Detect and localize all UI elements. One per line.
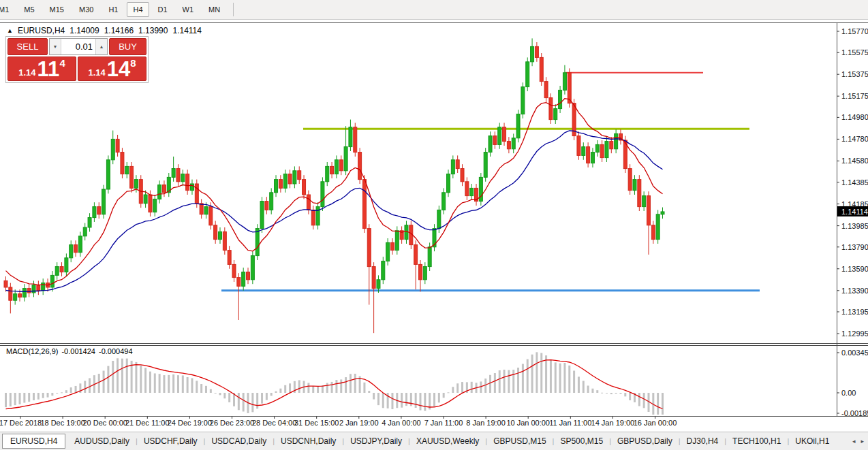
- time-axis-label: 28 Dec 04:00: [252, 419, 296, 427]
- candle-body: [298, 171, 301, 180]
- macd-histogram-bar: [159, 374, 161, 393]
- symbol-period-label: EURUSD,H4: [18, 26, 65, 35]
- chart-tab-xauusd-weekly[interactable]: XAUUSD,Weekly: [410, 434, 485, 448]
- candle-body: [544, 82, 548, 98]
- candle-body: [638, 180, 641, 207]
- time-axis-label: 18 Dec 19:00: [40, 419, 84, 427]
- macd-histogram-bar: [215, 393, 217, 393]
- tabs-scroll-right-icon[interactable]: ▸: [861, 438, 864, 445]
- macd-histogram-bar: [187, 377, 189, 393]
- buy-price-button[interactable]: 1.14 14 8: [78, 57, 146, 81]
- chart-tab-gbpusd-daily[interactable]: GBPUSD,Daily: [611, 434, 679, 448]
- sell-price-pips: 11: [37, 59, 60, 80]
- time-axis-label: 26 Dec 23:00: [210, 419, 254, 427]
- candle-body: [582, 147, 585, 156]
- chart-tab-usdcnh-daily[interactable]: USDCNH,Daily: [275, 434, 342, 448]
- macd-histogram-bar: [251, 393, 253, 412]
- macd-histogram-bar: [312, 386, 314, 393]
- candle-body: [288, 174, 292, 184]
- candle-body: [526, 62, 529, 87]
- price-axis-label: 1.15770: [841, 27, 868, 35]
- macd-histogram-bar: [47, 393, 49, 398]
- macd-histogram-bar: [410, 393, 412, 406]
- volume-input[interactable]: 0.01: [61, 39, 95, 54]
- timeframe-button-d1[interactable]: D1: [152, 2, 174, 17]
- sell-button[interactable]: SELL: [7, 38, 48, 55]
- macd-histogram-bar: [340, 379, 342, 393]
- macd-histogram-bar: [289, 383, 291, 393]
- macd-histogram-bar: [461, 382, 463, 393]
- candle-body: [153, 199, 157, 212]
- candle-body: [595, 144, 599, 152]
- timeframe-button-m30[interactable]: M30: [73, 2, 99, 17]
- candle-body: [111, 139, 114, 159]
- macd-histogram-bar: [405, 393, 407, 406]
- macd-histogram-bar: [238, 393, 240, 410]
- candle-body: [134, 180, 138, 189]
- candle-body: [587, 147, 590, 163]
- macd-histogram-bar: [10, 393, 12, 406]
- volume-stepper: ▼ 0.01 ▲: [49, 38, 108, 55]
- macd-histogram-bar: [499, 370, 501, 393]
- chart-tab-ukoil-h1[interactable]: UKOil,H1: [789, 434, 835, 448]
- chart-tab-audusd-daily[interactable]: AUDUSD,Daily: [68, 434, 136, 448]
- time-axis-label: 21 Dec 11:00: [125, 419, 170, 427]
- chart-tab-dj30-h4[interactable]: DJ30,H4: [681, 434, 725, 448]
- candle-body: [106, 160, 110, 189]
- macd-histogram-bar: [601, 393, 603, 393]
- buy-price-pips: 14: [107, 59, 130, 80]
- chart-tab-usdchf-daily[interactable]: USDCHF,Daily: [138, 434, 204, 448]
- candle-body: [265, 202, 268, 210]
- buy-button[interactable]: BUY: [109, 38, 146, 55]
- macd-histogram-bar: [583, 381, 585, 393]
- macd-histogram-bar: [471, 382, 473, 393]
- candle-body: [55, 267, 59, 276]
- volume-decrease-icon[interactable]: ▼: [50, 39, 61, 54]
- macd-histogram-bar: [578, 376, 580, 393]
- macd-histogram-bar: [377, 393, 379, 405]
- macd-histogram-bar: [563, 363, 565, 393]
- macd-histogram-bar: [657, 393, 659, 415]
- macd-histogram-bar: [452, 387, 454, 393]
- chart-tab-usdjpy-daily[interactable]: USDJPY,Daily: [344, 434, 408, 448]
- macd-histogram-bar: [317, 387, 319, 393]
- timeframe-button-h1[interactable]: H1: [102, 2, 124, 17]
- candle-body: [218, 231, 221, 239]
- macd-histogram-bar: [540, 353, 542, 393]
- timeframe-button-m15[interactable]: M15: [44, 2, 70, 17]
- volume-increase-icon[interactable]: ▲: [95, 39, 107, 54]
- timeframe-button-h4[interactable]: H4: [127, 2, 149, 17]
- candle-body: [172, 169, 175, 178]
- candle-body: [83, 227, 87, 236]
- candle-body: [181, 174, 185, 182]
- ohlc-close: 1.14114: [172, 26, 202, 35]
- candle-body: [50, 275, 54, 287]
- timeframe-button-m5[interactable]: M5: [18, 2, 40, 17]
- time-axis-label: 31 Dec 15:00: [294, 419, 339, 427]
- candle-body: [255, 229, 259, 256]
- timeframe-button-m1[interactable]: M1: [0, 2, 15, 17]
- macd-histogram-bar: [33, 393, 35, 400]
- candle-body: [647, 196, 650, 225]
- chart-tab-gbpusd-m15[interactable]: GBPUSD,M15: [487, 434, 552, 448]
- candle-body: [610, 142, 613, 149]
- candle-body: [484, 152, 487, 178]
- macd-histogram-bar: [536, 352, 538, 393]
- collapse-panel-icon[interactable]: ▲: [7, 27, 13, 34]
- timeframe-button-mn[interactable]: MN: [202, 2, 226, 17]
- timeframe-button-w1[interactable]: W1: [176, 2, 200, 17]
- macd-histogram-bar: [256, 393, 258, 408]
- candle-body: [498, 127, 501, 145]
- macd-histogram-bar: [610, 393, 613, 394]
- candle-body: [568, 73, 571, 103]
- candle-body: [656, 214, 660, 240]
- chart-tab-eurusd-h4[interactable]: EURUSD,H4: [2, 434, 65, 449]
- sell-price-button[interactable]: 1.14 11 4: [7, 57, 76, 81]
- macd-histogram-bar: [219, 393, 221, 395]
- candle-body: [125, 166, 129, 174]
- chart-tab-usdcad-daily[interactable]: USDCAD,Daily: [205, 434, 273, 448]
- chart-tab-tech100-h1[interactable]: TECH100,H1: [726, 434, 787, 448]
- macd-histogram-bar: [144, 368, 146, 393]
- chart-tab-sp500-m15[interactable]: SP500,M15: [554, 434, 609, 448]
- tabs-scroll-left-icon[interactable]: ◂: [852, 438, 856, 445]
